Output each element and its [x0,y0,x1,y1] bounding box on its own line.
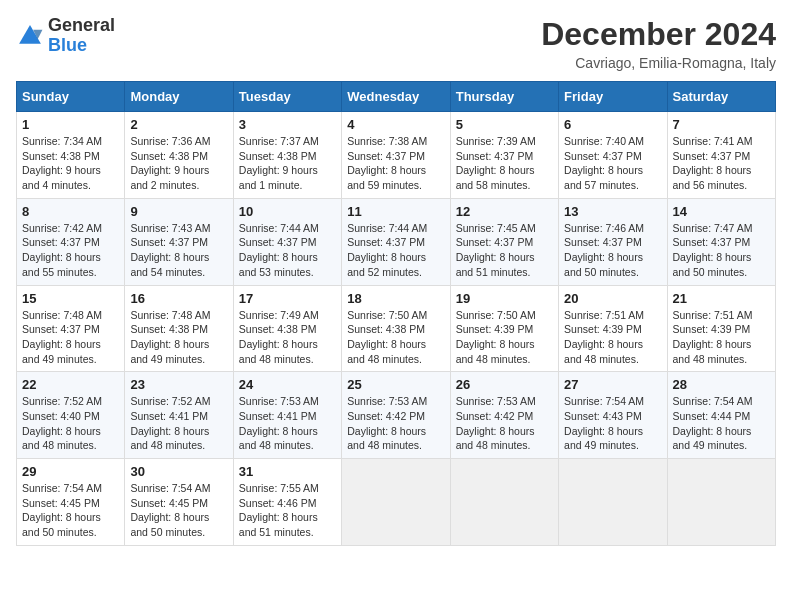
calendar-cell: 2Sunrise: 7:36 AMSunset: 4:38 PMDaylight… [125,112,233,199]
day-number: 17 [239,291,336,306]
day-info: Sunrise: 7:42 AMSunset: 4:37 PMDaylight:… [22,221,119,280]
calendar-cell: 1Sunrise: 7:34 AMSunset: 4:38 PMDaylight… [17,112,125,199]
calendar-cell: 22Sunrise: 7:52 AMSunset: 4:40 PMDayligh… [17,372,125,459]
day-number: 14 [673,204,770,219]
calendar-week-5: 29Sunrise: 7:54 AMSunset: 4:45 PMDayligh… [17,459,776,546]
day-info: Sunrise: 7:55 AMSunset: 4:46 PMDaylight:… [239,481,336,540]
day-number: 28 [673,377,770,392]
calendar-cell: 15Sunrise: 7:48 AMSunset: 4:37 PMDayligh… [17,285,125,372]
weekday-header-monday: Monday [125,82,233,112]
weekday-header-saturday: Saturday [667,82,775,112]
day-info: Sunrise: 7:54 AMSunset: 4:45 PMDaylight:… [130,481,227,540]
day-info: Sunrise: 7:54 AMSunset: 4:43 PMDaylight:… [564,394,661,453]
calendar-cell: 12Sunrise: 7:45 AMSunset: 4:37 PMDayligh… [450,198,558,285]
day-number: 8 [22,204,119,219]
calendar-week-2: 8Sunrise: 7:42 AMSunset: 4:37 PMDaylight… [17,198,776,285]
calendar-cell: 27Sunrise: 7:54 AMSunset: 4:43 PMDayligh… [559,372,667,459]
day-number: 19 [456,291,553,306]
calendar-cell: 5Sunrise: 7:39 AMSunset: 4:37 PMDaylight… [450,112,558,199]
calendar-cell [667,459,775,546]
day-number: 9 [130,204,227,219]
day-number: 13 [564,204,661,219]
calendar-cell: 21Sunrise: 7:51 AMSunset: 4:39 PMDayligh… [667,285,775,372]
calendar-cell: 31Sunrise: 7:55 AMSunset: 4:46 PMDayligh… [233,459,341,546]
day-info: Sunrise: 7:36 AMSunset: 4:38 PMDaylight:… [130,134,227,193]
day-info: Sunrise: 7:46 AMSunset: 4:37 PMDaylight:… [564,221,661,280]
calendar-cell: 7Sunrise: 7:41 AMSunset: 4:37 PMDaylight… [667,112,775,199]
day-info: Sunrise: 7:47 AMSunset: 4:37 PMDaylight:… [673,221,770,280]
day-number: 24 [239,377,336,392]
calendar-table: SundayMondayTuesdayWednesdayThursdayFrid… [16,81,776,546]
calendar-cell: 25Sunrise: 7:53 AMSunset: 4:42 PMDayligh… [342,372,450,459]
logo-text: General Blue [48,16,115,56]
day-number: 1 [22,117,119,132]
location: Cavriago, Emilia-Romagna, Italy [541,55,776,71]
calendar-cell: 23Sunrise: 7:52 AMSunset: 4:41 PMDayligh… [125,372,233,459]
day-number: 5 [456,117,553,132]
day-number: 26 [456,377,553,392]
weekday-header-wednesday: Wednesday [342,82,450,112]
day-number: 11 [347,204,444,219]
weekday-header-friday: Friday [559,82,667,112]
calendar-cell: 30Sunrise: 7:54 AMSunset: 4:45 PMDayligh… [125,459,233,546]
day-number: 3 [239,117,336,132]
calendar-header-row: SundayMondayTuesdayWednesdayThursdayFrid… [17,82,776,112]
day-number: 6 [564,117,661,132]
logo: General Blue [16,16,115,56]
day-number: 31 [239,464,336,479]
day-number: 2 [130,117,227,132]
logo-icon [16,22,44,50]
calendar-cell: 24Sunrise: 7:53 AMSunset: 4:41 PMDayligh… [233,372,341,459]
calendar-cell: 20Sunrise: 7:51 AMSunset: 4:39 PMDayligh… [559,285,667,372]
day-info: Sunrise: 7:51 AMSunset: 4:39 PMDaylight:… [673,308,770,367]
calendar-cell: 28Sunrise: 7:54 AMSunset: 4:44 PMDayligh… [667,372,775,459]
day-info: Sunrise: 7:40 AMSunset: 4:37 PMDaylight:… [564,134,661,193]
day-number: 25 [347,377,444,392]
day-number: 16 [130,291,227,306]
day-number: 12 [456,204,553,219]
calendar-cell: 10Sunrise: 7:44 AMSunset: 4:37 PMDayligh… [233,198,341,285]
day-number: 15 [22,291,119,306]
day-info: Sunrise: 7:54 AMSunset: 4:44 PMDaylight:… [673,394,770,453]
day-info: Sunrise: 7:52 AMSunset: 4:41 PMDaylight:… [130,394,227,453]
calendar-cell: 6Sunrise: 7:40 AMSunset: 4:37 PMDaylight… [559,112,667,199]
page-header: General Blue December 2024 Cavriago, Emi… [16,16,776,71]
day-info: Sunrise: 7:53 AMSunset: 4:42 PMDaylight:… [456,394,553,453]
calendar-cell: 3Sunrise: 7:37 AMSunset: 4:38 PMDaylight… [233,112,341,199]
day-number: 7 [673,117,770,132]
day-info: Sunrise: 7:53 AMSunset: 4:42 PMDaylight:… [347,394,444,453]
day-info: Sunrise: 7:51 AMSunset: 4:39 PMDaylight:… [564,308,661,367]
day-info: Sunrise: 7:41 AMSunset: 4:37 PMDaylight:… [673,134,770,193]
day-number: 18 [347,291,444,306]
day-number: 23 [130,377,227,392]
day-number: 10 [239,204,336,219]
day-info: Sunrise: 7:44 AMSunset: 4:37 PMDaylight:… [347,221,444,280]
day-info: Sunrise: 7:38 AMSunset: 4:37 PMDaylight:… [347,134,444,193]
title-block: December 2024 Cavriago, Emilia-Romagna, … [541,16,776,71]
calendar-week-1: 1Sunrise: 7:34 AMSunset: 4:38 PMDaylight… [17,112,776,199]
calendar-cell [450,459,558,546]
calendar-cell: 14Sunrise: 7:47 AMSunset: 4:37 PMDayligh… [667,198,775,285]
weekday-header-sunday: Sunday [17,82,125,112]
day-info: Sunrise: 7:49 AMSunset: 4:38 PMDaylight:… [239,308,336,367]
calendar-cell: 11Sunrise: 7:44 AMSunset: 4:37 PMDayligh… [342,198,450,285]
day-info: Sunrise: 7:53 AMSunset: 4:41 PMDaylight:… [239,394,336,453]
calendar-cell: 18Sunrise: 7:50 AMSunset: 4:38 PMDayligh… [342,285,450,372]
weekday-header-thursday: Thursday [450,82,558,112]
day-info: Sunrise: 7:48 AMSunset: 4:37 PMDaylight:… [22,308,119,367]
calendar-cell: 8Sunrise: 7:42 AMSunset: 4:37 PMDaylight… [17,198,125,285]
day-number: 4 [347,117,444,132]
day-number: 27 [564,377,661,392]
calendar-cell: 19Sunrise: 7:50 AMSunset: 4:39 PMDayligh… [450,285,558,372]
day-number: 30 [130,464,227,479]
day-number: 29 [22,464,119,479]
calendar-cell: 26Sunrise: 7:53 AMSunset: 4:42 PMDayligh… [450,372,558,459]
day-info: Sunrise: 7:54 AMSunset: 4:45 PMDaylight:… [22,481,119,540]
calendar-week-4: 22Sunrise: 7:52 AMSunset: 4:40 PMDayligh… [17,372,776,459]
calendar-cell: 13Sunrise: 7:46 AMSunset: 4:37 PMDayligh… [559,198,667,285]
calendar-cell: 17Sunrise: 7:49 AMSunset: 4:38 PMDayligh… [233,285,341,372]
day-number: 21 [673,291,770,306]
calendar-week-3: 15Sunrise: 7:48 AMSunset: 4:37 PMDayligh… [17,285,776,372]
calendar-body: 1Sunrise: 7:34 AMSunset: 4:38 PMDaylight… [17,112,776,546]
day-number: 22 [22,377,119,392]
